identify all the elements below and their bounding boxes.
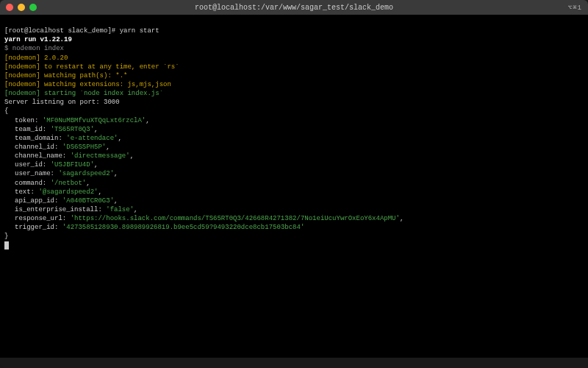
payload-value: 'false' [106, 206, 134, 213]
payload-key: channel_name [15, 152, 62, 160]
object-open-brace: { [4, 107, 8, 115]
payload-key: user_name [15, 170, 51, 177]
server-listen-line: Server listning on port: 3000 [4, 99, 120, 106]
payload-value: 'A040BTCR0G3' [62, 197, 114, 205]
terminal-bottom-bar [0, 358, 588, 368]
minimize-icon[interactable] [18, 4, 25, 11]
payload-value: '/netbot' [51, 180, 87, 187]
payload-key: team_domain [15, 135, 58, 142]
payload-value: 'MF0NuMBMfvuXTQqLxt6rzclA' [43, 117, 146, 124]
nodemon-line: [nodemon] to restart at any time, enter … [4, 63, 179, 71]
window-titlebar: root@localhost:/var/www/sagar_test/slack… [0, 0, 588, 15]
zoom-icon[interactable] [29, 4, 37, 11]
payload-value: 'directmessage' [71, 152, 130, 160]
payload-value: '4273585128930.898989926819.b9ee5cd59?94… [62, 224, 304, 231]
payload-key: user_id [15, 161, 43, 169]
payload-key: is_enterprise_install [15, 206, 98, 213]
shell-prompt: [root@localhost slack_demo]# yarn start [4, 27, 159, 35]
payload-key: team_id [15, 126, 43, 133]
nodemon-command: $ nodemon index [4, 45, 64, 52]
payload-key: command [15, 180, 43, 187]
payload-key: response_url [15, 215, 62, 222]
payload-body: token: 'MF0NuMBMfvuXTQqLxt6rzclA', team_… [4, 116, 584, 233]
close-icon[interactable] [6, 4, 13, 11]
payload-value: '@sagardspeed2' [38, 188, 98, 196]
nodemon-line: [nodemon] watching path(s): *.* [4, 72, 127, 79]
payload-value: 'DS6SSPH5P' [62, 144, 106, 151]
pane-indicator: ⌥⌘1 [568, 4, 582, 12]
window-title: root@localhost:/var/www/sagar_test/slack… [0, 4, 588, 12]
payload-key: trigger_id [15, 224, 54, 231]
nodemon-line: [nodemon] 2.0.20 [4, 54, 68, 62]
payload-value: 'TS65RT0Q3' [51, 126, 94, 133]
payload-value: 'sagardspeed2' [58, 170, 114, 177]
traffic-lights [6, 4, 37, 11]
yarn-run-line: yarn run v1.22.19 [4, 36, 72, 43]
payload-value: 'https://hooks.slack.com/commands/TS65RT… [71, 215, 400, 222]
payload-key: channel_id [15, 144, 54, 151]
payload-value: 'e-attendace' [66, 135, 118, 142]
object-close-brace: } [4, 233, 8, 240]
nodemon-line: [nodemon] watching extensions: js,mjs,js… [4, 81, 171, 88]
nodemon-start-line: [nodemon] starting `node index index.js` [4, 90, 163, 97]
payload-value: 'USJBFIU4D' [51, 161, 94, 169]
terminal-output[interactable]: [root@localhost slack_demo]# yarn start … [0, 15, 588, 358]
terminal-cursor [4, 241, 9, 250]
payload-key: text [15, 188, 31, 196]
payload-key: token [15, 117, 35, 124]
payload-key: api_app_id [15, 197, 54, 205]
